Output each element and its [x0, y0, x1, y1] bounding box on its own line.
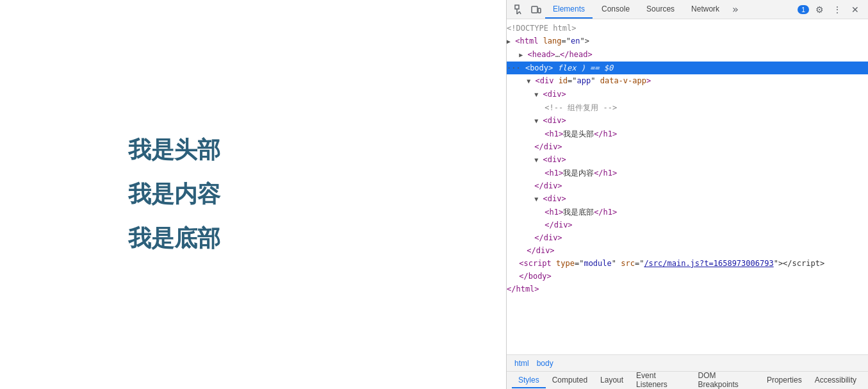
dom-line-h1-content[interactable]: <h1>我是内容</h1>	[507, 167, 868, 179]
heading-header: 我是头部	[128, 135, 220, 166]
more-tabs-button[interactable]: »	[728, 3, 742, 15]
styles-tab-layout[interactable]: Layout	[594, 373, 630, 388]
styles-tab-event-listeners[interactable]: Event Listeners	[630, 371, 691, 389]
dom-line-div-footer-close[interactable]: </div>	[507, 219, 868, 231]
styles-tab-styles[interactable]: Styles	[512, 373, 546, 388]
styles-tab-computed[interactable]: Computed	[546, 373, 594, 388]
tab-elements[interactable]: Elements	[545, 0, 593, 19]
breadcrumb-html[interactable]: html	[512, 358, 532, 369]
dom-line-div-footer[interactable]: ▼ <div>	[507, 192, 868, 206]
dom-line-div-content-close[interactable]: </div>	[507, 179, 868, 192]
close-devtools-button[interactable]: ✕	[848, 2, 863, 17]
devtools-styles-tabs: Styles Computed Layout Event Listeners D…	[507, 371, 868, 389]
tab-sources[interactable]: Sources	[639, 0, 682, 19]
dom-line-body-close[interactable]: </body>	[507, 270, 868, 283]
dom-line-comment[interactable]: <!-- 组件复用 -->	[507, 101, 868, 114]
dom-line-body[interactable]: ··· <body> flex ) == $0	[507, 62, 868, 74]
devtools-top-right: 1 ⚙ ⋮ ✕	[798, 2, 863, 17]
dom-line-div-app-close[interactable]: </div>	[507, 244, 868, 257]
dom-line-html[interactable]: ▶ <html lang="en">	[507, 35, 868, 48]
dom-line-script[interactable]: <script type="module" src="/src/main.js?…	[507, 257, 868, 270]
styles-tab-properties[interactable]: Properties	[760, 373, 808, 388]
dom-line-div-header[interactable]: ▼ <div>	[507, 114, 868, 128]
tab-console[interactable]: Console	[594, 0, 637, 19]
dom-line-div-app[interactable]: ▼ <div id="app" data-v-app>	[507, 74, 868, 88]
webpage-preview: 我是头部 我是内容 我是底部	[0, 0, 506, 389]
svg-rect-5	[538, 8, 541, 13]
heading-footer: 我是底部	[128, 223, 220, 254]
styles-tab-accessibility[interactable]: Accessibility	[808, 373, 863, 388]
devtools-breadcrumb: html body	[507, 354, 868, 371]
svg-line-3	[520, 12, 521, 14]
dom-line-div-inner-close[interactable]: </div>	[507, 231, 868, 244]
breadcrumb-body[interactable]: body	[534, 358, 556, 369]
settings-button[interactable]: ⚙	[812, 2, 827, 17]
devtools-toolbar: Elements Console Sources Network » 1 ⚙ ⋮…	[507, 0, 868, 19]
element-picker-button[interactable]	[512, 2, 527, 17]
dom-line-div-header-close[interactable]: </div>	[507, 140, 868, 153]
dom-line-doctype[interactable]: <!DOCTYPE html>	[507, 22, 868, 35]
devtools-panel: Elements Console Sources Network » 1 ⚙ ⋮…	[506, 0, 868, 389]
dom-line-html-close[interactable]: </html>	[507, 283, 868, 295]
svg-rect-4	[532, 6, 537, 13]
more-options-button[interactable]: ⋮	[830, 2, 845, 17]
devtools-dom-tree: <!DOCTYPE html> ▶ <html lang="en"> ▶ <he…	[507, 19, 868, 354]
tab-network[interactable]: Network	[684, 0, 727, 19]
heading-content: 我是内容	[128, 179, 220, 210]
device-toolbar-button[interactable]	[528, 2, 544, 17]
dom-line-h1-footer[interactable]: <h1>我是底部</h1>	[507, 206, 868, 219]
dom-line-div-inner[interactable]: ▼ <div>	[507, 88, 868, 101]
dom-line-head[interactable]: ▶ <head>…</head>	[507, 48, 868, 62]
svg-rect-0	[515, 5, 519, 9]
dom-line-div-content[interactable]: ▼ <div>	[507, 153, 868, 167]
notification-badge: 1	[798, 5, 809, 14]
dom-line-h1-header[interactable]: <h1>我是头部</h1>	[507, 128, 868, 140]
styles-tab-dom-breakpoints[interactable]: DOM Breakpoints	[691, 371, 760, 389]
